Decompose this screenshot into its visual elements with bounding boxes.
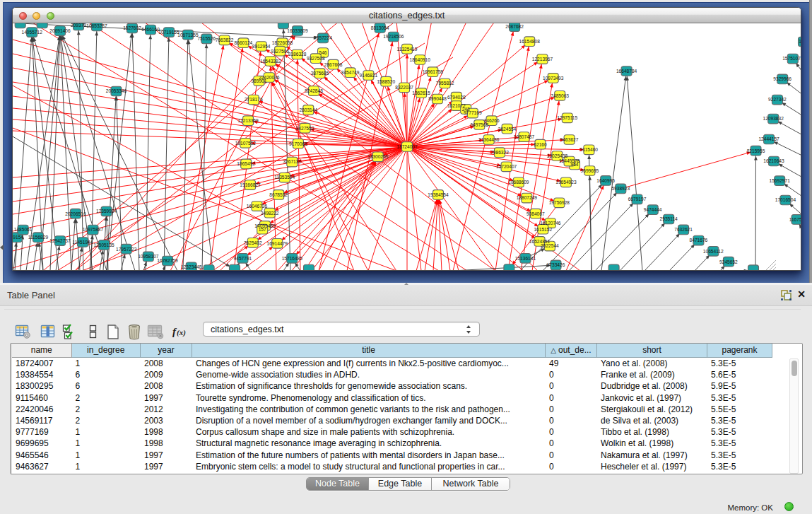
graph-node-label: 16914479	[267, 241, 288, 246]
column-header-in_degree[interactable]: in_degree	[72, 344, 141, 358]
table-cell-year: 1998	[141, 426, 192, 438]
graph-node-label: 21364436	[478, 137, 500, 142]
delete-column-button[interactable]	[125, 321, 143, 342]
graph-node-label: 5938923	[611, 186, 630, 191]
graph-node-label: 8912954	[252, 44, 271, 49]
graph-node-label: 17016504	[775, 197, 796, 202]
graph-node[interactable]	[304, 264, 314, 270]
table-panel-content: f (x) citations_edges.txt namein_degreey…	[0, 306, 806, 514]
table-cell-out_de...: 0	[546, 461, 597, 472]
graph-node-label: 7625402	[244, 240, 262, 245]
graph-node-label: 10958107	[138, 254, 159, 259]
scrollbar-thumb[interactable]	[792, 361, 797, 376]
delete-table-button-disabled[interactable]	[146, 321, 164, 342]
graph-node-label: 1588520	[377, 79, 395, 84]
table-row[interactable]: 969969511998Structural magnetic resonanc…	[12, 438, 802, 449]
graph-node-label: 19654923	[555, 180, 577, 185]
graph-node-label: 16154808	[519, 39, 541, 44]
graph-node-label: 12942737	[49, 238, 71, 243]
column-header-name[interactable]: name	[12, 344, 72, 358]
table-row[interactable]: 946362711997Embryonic stem cells: a mode…	[12, 461, 802, 472]
network-canvas[interactable]: 1405571220937910653287152760264661601071…	[13, 23, 801, 270]
table-mode-button[interactable]	[13, 321, 32, 342]
column-header-short[interactable]: short	[597, 344, 707, 358]
table-cell-short: Jankovic et al. (1997)	[597, 392, 707, 404]
table-cell-title: Estimation of significance thresholds fo…	[192, 380, 546, 392]
table-row[interactable]: 1830029562008Estimation of significance …	[12, 380, 802, 392]
table-panel-title: Table Panel	[7, 290, 55, 300]
graph-node[interactable]	[748, 265, 759, 270]
graph-node-label: 16046736	[247, 204, 268, 209]
table-row[interactable]: 911546021997Tourette syndrome. Phenomeno…	[12, 392, 802, 404]
table-cell-in_degree: 6	[72, 380, 141, 392]
tab-node-table[interactable]: Node Table	[307, 478, 369, 490]
show-columns-button[interactable]	[38, 321, 57, 342]
graph-node-label: 16120746	[540, 221, 561, 226]
graph-node-label: 9699695	[581, 168, 599, 173]
graph-node-label: 12505135	[93, 243, 114, 247]
table-cell-pagerank: 5.3E-5	[707, 415, 772, 426]
table-row[interactable]: 1938455462009Genome-wide association stu…	[12, 369, 802, 380]
graph-node-label: 9329966	[773, 76, 792, 81]
graph-node-label: 8678532	[269, 192, 288, 197]
control-panel-collapse-arrow[interactable]	[0, 245, 4, 250]
function-builder-button[interactable]: f (x)	[172, 321, 190, 342]
table-cell-pagerank: 5.6E-5	[707, 369, 772, 380]
table-type-tabbar: Node TableEdge TableNetwork Table	[306, 477, 510, 491]
graph-node-label: 19218506	[383, 34, 404, 39]
graph-node[interactable]	[504, 264, 514, 270]
table-body: 1872400712008Changes of HCN gene express…	[12, 358, 802, 474]
attribute-table: namein_degreeyeartitle△out_de...shortpag…	[10, 343, 803, 474]
graph-node-label: 2087682	[505, 24, 524, 29]
graph-node-label: 16782759	[157, 258, 178, 263]
graph-node-label: 2718176	[245, 97, 263, 102]
table-cell-year: 2008	[141, 358, 192, 369]
window-title: citations_edges.txt	[13, 10, 801, 21]
table-vertical-scrollbar[interactable]	[789, 358, 799, 474]
graph-node[interactable]	[204, 265, 214, 270]
graph-node-label: 18300295	[367, 154, 389, 159]
graph-node-label: 7515526	[197, 36, 216, 41]
memory-status-indicator[interactable]	[784, 502, 794, 511]
column-header-title[interactable]: title	[192, 344, 546, 358]
graph-node-label: 14055712	[22, 30, 43, 35]
graph-node[interactable]	[37, 23, 47, 28]
graph-node-label: 6794028	[447, 95, 466, 100]
graph-node-label: 8471676	[690, 238, 708, 243]
select-rows-button[interactable]	[60, 321, 78, 342]
tab-edge-table[interactable]: Edge Table	[369, 478, 432, 490]
column-header-year[interactable]: year	[141, 344, 192, 358]
table-cell-in_degree: 1	[72, 358, 141, 369]
table-cell-name: 9777169	[12, 426, 72, 438]
network-window-titlebar[interactable]: citations_edges.txt	[13, 8, 801, 23]
tab-network-table[interactable]: Network Table	[432, 478, 510, 490]
svg-text:(x): (x)	[177, 328, 186, 337]
new-column-button[interactable]	[104, 321, 122, 342]
table-row[interactable]: 1456911722003Disruption of a novel membe…	[12, 415, 802, 426]
graph-node-label: 11353594	[274, 175, 295, 180]
panel-close-icon[interactable]: ✕	[796, 288, 806, 300]
graph-node-label: 1485061	[14, 227, 33, 232]
table-row[interactable]: 1872400712008Changes of HCN gene express…	[12, 358, 802, 369]
table-row[interactable]: 977716911998Corpus callosum shape and si…	[12, 426, 802, 438]
row-height-button[interactable]	[83, 321, 102, 342]
table-selector-combobox[interactable]: citations_edges.txt	[203, 322, 480, 337]
table-row[interactable]: 946554611997Estimation of the future num…	[12, 450, 802, 461]
graph-node-label: 1615152	[534, 227, 552, 232]
graph-node[interactable]	[230, 264, 240, 270]
graph-node-label: 18724007	[396, 144, 418, 149]
graph-node-label: 10107552	[235, 141, 257, 146]
table-row[interactable]: 2242004622012Investigating the contribut…	[12, 404, 802, 415]
table-cell-in_degree: 6	[72, 369, 141, 380]
column-header-pagerank[interactable]: pagerank	[707, 344, 772, 358]
table-cell-short: Yano et al. (2008)	[597, 358, 707, 369]
table-cell-title: Tourette syndrome. Phenomenology and cla…	[192, 392, 546, 404]
table-cell-title: Corpus callosum shape and size in male p…	[192, 426, 546, 438]
table-panel: Table Panel ✕	[0, 285, 812, 514]
float-panel-icon[interactable]	[780, 289, 792, 301]
table-cell-year: 1997	[141, 450, 192, 461]
graph-node-label: 12213369	[237, 118, 259, 123]
graph-node[interactable]	[15, 23, 25, 28]
column-header-out_de...[interactable]: △out_de...	[546, 344, 597, 358]
graph-node[interactable]	[608, 264, 619, 270]
